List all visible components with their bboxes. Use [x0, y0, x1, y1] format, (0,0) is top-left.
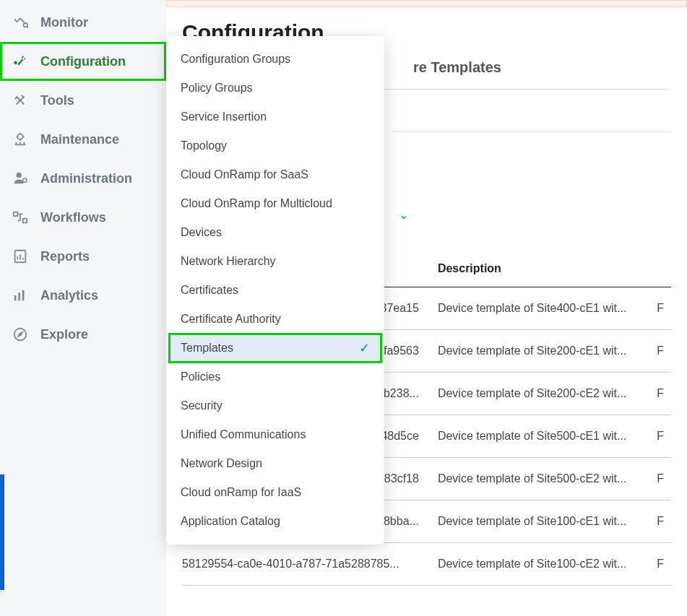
analytics-icon [12, 287, 29, 304]
cell-last: F [649, 287, 671, 330]
cell-description: Device template of Site200-cE2 wit... [431, 373, 649, 415]
reports-icon [12, 248, 29, 265]
compass-icon [12, 326, 29, 343]
cell-last: F [649, 458, 671, 500]
sidebar-accent [0, 474, 4, 590]
table-header-description[interactable]: Description [431, 251, 649, 287]
sidebar-item-reports[interactable]: Reports [0, 237, 166, 276]
sidebar-item-explore[interactable]: Explore [0, 315, 166, 354]
submenu-item-cloud-onramp-multicloud[interactable]: Cloud OnRamp for Multicloud [166, 189, 384, 218]
chevron-down-icon: ⌄ [399, 209, 408, 221]
sidebar-label: Administration [40, 171, 132, 186]
table-row[interactable]: 58129554-ca0e-4010-a787-71a5288785... De… [182, 543, 671, 586]
sidebar-item-administration[interactable]: Administration [0, 159, 166, 198]
submenu-item-certificate-authority[interactable]: Certificate Authority [166, 305, 384, 334]
expand-section[interactable]: ⌄ [399, 208, 671, 229]
submenu-item-cloud-onramp-iaas[interactable]: Cloud onRamp for IaaS [166, 478, 384, 507]
cell-description: Device template of Site500-cE2 wit... [431, 458, 649, 500]
cell-description: Device template of Site100-cE2 wit... [431, 543, 649, 586]
submenu-item-security[interactable]: Security [166, 391, 384, 420]
cell-description: Device template of Site400-cE1 wit... [431, 287, 649, 330]
cell-last: F [649, 543, 671, 586]
monitor-icon [12, 14, 29, 31]
submenu-item-templates[interactable]: Templates ✓ [169, 334, 381, 363]
tools-icon [12, 92, 29, 109]
check-icon: ✓ [359, 340, 370, 356]
submenu-item-network-hierarchy[interactable]: Network Hierarchy [166, 247, 384, 276]
cell-description: Device template of Site100-cE1 wit... [431, 500, 649, 543]
submenu-item-certificates[interactable]: Certificates [166, 276, 384, 305]
sidebar-item-configuration[interactable]: Configuration [0, 42, 166, 81]
cell-last: F [649, 415, 671, 458]
cell-id: 58129554-ca0e-4010-a787-71a5288785... [182, 543, 431, 586]
submenu-item-configuration-groups[interactable]: Configuration Groups [166, 45, 384, 74]
sidebar-label: Tools [40, 93, 74, 108]
submenu-item-unified-communications[interactable]: Unified Communications [166, 420, 384, 449]
svg-point-3 [17, 134, 22, 139]
sidebar-label: Configuration [40, 54, 126, 69]
svg-rect-13 [18, 292, 20, 300]
svg-point-5 [23, 178, 27, 183]
sidebar-label: Maintenance [40, 132, 119, 147]
sidebar-label: Monitor [40, 15, 88, 30]
sidebar-label: Reports [40, 249, 90, 264]
divider [392, 131, 671, 132]
cell-last: F [649, 373, 671, 415]
maintenance-icon [12, 131, 29, 148]
alert-banner [166, 0, 687, 7]
submenu-item-topology[interactable]: Topology [166, 131, 384, 160]
sidebar-label: Workflows [40, 210, 106, 225]
cell-last: F [649, 500, 671, 543]
sidebar-item-maintenance[interactable]: Maintenance [0, 120, 166, 159]
submenu-item-policies[interactable]: Policies [166, 363, 384, 391]
submenu-item-cloud-onramp-saas[interactable]: Cloud OnRamp for SaaS [166, 160, 384, 189]
submenu-item-network-design[interactable]: Network Design [166, 449, 384, 478]
submenu-item-service-insertion[interactable]: Service Insertion [166, 103, 384, 131]
svg-point-4 [17, 173, 22, 178]
svg-line-1 [27, 27, 28, 28]
svg-marker-16 [18, 332, 22, 337]
svg-rect-6 [14, 212, 18, 217]
svg-rect-14 [22, 290, 25, 301]
sidebar-item-analytics[interactable]: Analytics [0, 276, 166, 315]
svg-rect-7 [23, 219, 27, 223]
submenu-item-application-catalog[interactable]: Application Catalog [166, 507, 384, 536]
cell-last: F [649, 330, 671, 373]
sidebar-item-monitor[interactable]: Monitor [0, 3, 166, 42]
cell-description: Device template of Site500-cE1 wit... [431, 415, 649, 458]
submenu-item-policy-groups[interactable]: Policy Groups [166, 74, 384, 103]
sidebar-item-tools[interactable]: Tools [0, 81, 166, 120]
submenu-item-devices[interactable]: Devices [166, 218, 384, 247]
admin-icon [12, 170, 29, 187]
wrench-icon [12, 53, 29, 70]
svg-rect-12 [14, 295, 17, 300]
cell-description: Device template of Site200-cE1 wit... [431, 330, 649, 373]
svg-point-2 [14, 61, 17, 65]
sidebar-item-workflows[interactable]: Workflows [0, 198, 166, 237]
workflows-icon [12, 209, 29, 226]
configuration-submenu: Configuration Groups Policy Groups Servi… [166, 36, 384, 545]
sidebar-label: Analytics [40, 288, 98, 303]
sidebar: Monitor Configuration Tools Maintenance … [0, 0, 166, 616]
sidebar-label: Explore [40, 327, 88, 342]
table-header-last[interactable] [649, 251, 671, 287]
